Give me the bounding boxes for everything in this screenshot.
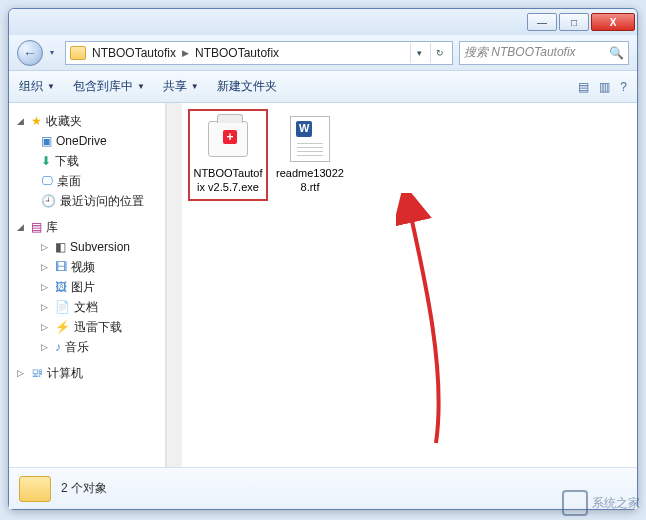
search-icon[interactable]: 🔍: [609, 46, 624, 60]
preview-pane-button[interactable]: ▥: [599, 80, 610, 94]
subversion-icon: ◧: [55, 240, 66, 254]
nav-sidebar: ◢ ★ 收藏夹 ▣ OneDrive ⬇ 下载 🖵 桌面 🕘: [9, 103, 166, 467]
pictures-label: 图片: [71, 279, 95, 296]
include-label: 包含到库中: [73, 78, 133, 95]
new-folder-label: 新建文件夹: [217, 78, 277, 95]
file-label: NTBOOTautofix v2.5.7.exe: [193, 167, 263, 195]
minimize-button[interactable]: —: [527, 13, 557, 31]
help-button[interactable]: ?: [620, 80, 627, 94]
organize-menu[interactable]: 组织 ▼: [19, 78, 55, 95]
search-placeholder: 搜索 NTBOOTautofix: [464, 44, 605, 61]
recent-icon: 🕘: [41, 194, 56, 208]
share-menu[interactable]: 共享 ▼: [163, 78, 199, 95]
file-item-rtf[interactable]: readme130228.rtf: [272, 111, 348, 199]
titlebar: — □ X: [9, 9, 637, 35]
video-icon: 🎞: [55, 260, 67, 274]
explorer-body: ◢ ★ 收藏夹 ▣ OneDrive ⬇ 下载 🖵 桌面 🕘: [9, 103, 637, 467]
sidebar-onedrive[interactable]: ▣ OneDrive: [13, 131, 161, 151]
sidebar-subversion[interactable]: ▷ ◧ Subversion: [13, 237, 161, 257]
folder-icon: [70, 46, 86, 60]
desktop-label: 桌面: [57, 173, 81, 190]
sidebar-desktop[interactable]: 🖵 桌面: [13, 171, 161, 191]
library-icon: ▤: [31, 220, 42, 234]
maximize-button[interactable]: □: [559, 13, 589, 31]
downloads-label: 下载: [55, 153, 79, 170]
chevron-down-icon: ▼: [191, 82, 199, 91]
address-bar[interactable]: NTBOOTautofix ▶ NTBOOTautofix ▾ ↻: [65, 41, 453, 65]
star-icon: ★: [31, 114, 42, 128]
expand-icon[interactable]: ▷: [41, 302, 51, 312]
favorites-label: 收藏夹: [46, 113, 82, 130]
toolbar-right-icons: ▤ ▥ ?: [578, 80, 627, 94]
file-label: readme130228.rtf: [275, 167, 345, 195]
onedrive-label: OneDrive: [56, 134, 107, 148]
expand-icon[interactable]: ▷: [41, 242, 51, 252]
sidebar-favorites[interactable]: ◢ ★ 收藏夹: [13, 111, 161, 131]
chevron-right-icon: ▶: [182, 48, 189, 58]
status-folder-icon: [19, 476, 51, 502]
search-box[interactable]: 搜索 NTBOOTautofix 🔍: [459, 41, 629, 65]
recent-label: 最近访问的位置: [60, 193, 144, 210]
sidebar-scrollbar[interactable]: [166, 103, 182, 467]
image-icon: 🖼: [55, 280, 67, 294]
exe-icon: [204, 115, 252, 163]
thunder-icon: ⚡: [55, 320, 70, 334]
expand-icon[interactable]: ▷: [17, 368, 27, 378]
explorer-window: — □ X ← ▾ NTBOOTautofix ▶ NTBOOTautofix …: [8, 8, 638, 510]
breadcrumb-1[interactable]: NTBOOTautofix: [92, 46, 176, 60]
back-button[interactable]: ←: [17, 40, 43, 66]
cloud-icon: ▣: [41, 134, 52, 148]
chevron-down-icon: ▼: [47, 82, 55, 91]
desktop-icon: 🖵: [41, 174, 53, 188]
address-dropdown[interactable]: ▾: [410, 43, 428, 63]
computer-icon: 🖳: [31, 366, 43, 380]
new-folder-button[interactable]: 新建文件夹: [217, 78, 277, 95]
nav-buttons: ← ▾: [17, 40, 59, 66]
computer-label: 计算机: [47, 365, 83, 382]
include-in-library-menu[interactable]: 包含到库中 ▼: [73, 78, 145, 95]
thunder-label: 迅雷下载: [74, 319, 122, 336]
download-icon: ⬇: [41, 154, 51, 168]
share-label: 共享: [163, 78, 187, 95]
music-icon: ♪: [55, 340, 61, 354]
collapse-icon[interactable]: ◢: [17, 116, 27, 126]
sidebar-videos[interactable]: ▷ 🎞 视频: [13, 257, 161, 277]
view-mode-button[interactable]: ▤: [578, 80, 589, 94]
organize-label: 组织: [19, 78, 43, 95]
chevron-down-icon: ▼: [137, 82, 145, 91]
breadcrumb-2[interactable]: NTBOOTautofix: [195, 46, 279, 60]
expand-icon[interactable]: ▷: [41, 282, 51, 292]
nav-tree: ◢ ★ 收藏夹 ▣ OneDrive ⬇ 下载 🖵 桌面 🕘: [13, 111, 161, 383]
sidebar-downloads[interactable]: ⬇ 下载: [13, 151, 161, 171]
annotation-arrow: [396, 193, 466, 453]
sidebar-music[interactable]: ▷ ♪ 音乐: [13, 337, 161, 357]
sidebar-libraries[interactable]: ◢ ▤ 库: [13, 217, 161, 237]
sidebar-pictures[interactable]: ▷ 🖼 图片: [13, 277, 161, 297]
collapse-icon[interactable]: ◢: [17, 222, 27, 232]
toolbar: 组织 ▼ 包含到库中 ▼ 共享 ▼ 新建文件夹 ▤ ▥ ?: [9, 71, 637, 103]
file-item-exe[interactable]: NTBOOTautofix v2.5.7.exe: [190, 111, 266, 199]
refresh-button[interactable]: ↻: [430, 43, 448, 63]
documents-label: 文档: [74, 299, 98, 316]
sidebar-documents[interactable]: ▷ 📄 文档: [13, 297, 161, 317]
expand-icon[interactable]: ▷: [41, 322, 51, 332]
subversion-label: Subversion: [70, 240, 130, 254]
close-button[interactable]: X: [591, 13, 635, 31]
expand-icon[interactable]: ▷: [41, 262, 51, 272]
videos-label: 视频: [71, 259, 95, 276]
sidebar-computer[interactable]: ▷ 🖳 计算机: [13, 363, 161, 383]
rtf-icon: [286, 115, 334, 163]
sidebar-recent[interactable]: 🕘 最近访问的位置: [13, 191, 161, 211]
expand-icon[interactable]: ▷: [41, 342, 51, 352]
status-bar: 2 个对象: [9, 467, 637, 509]
sidebar-thunder[interactable]: ▷ ⚡ 迅雷下载: [13, 317, 161, 337]
file-pane[interactable]: NTBOOTautofix v2.5.7.exe readme130228.rt…: [182, 103, 637, 467]
nav-history-dropdown[interactable]: ▾: [45, 43, 59, 63]
window-controls: — □ X: [527, 13, 635, 31]
music-label: 音乐: [65, 339, 89, 356]
libraries-label: 库: [46, 219, 58, 236]
status-text: 2 个对象: [61, 480, 107, 497]
address-row: ← ▾ NTBOOTautofix ▶ NTBOOTautofix ▾ ↻ 搜索…: [9, 35, 637, 71]
document-icon: 📄: [55, 300, 70, 314]
